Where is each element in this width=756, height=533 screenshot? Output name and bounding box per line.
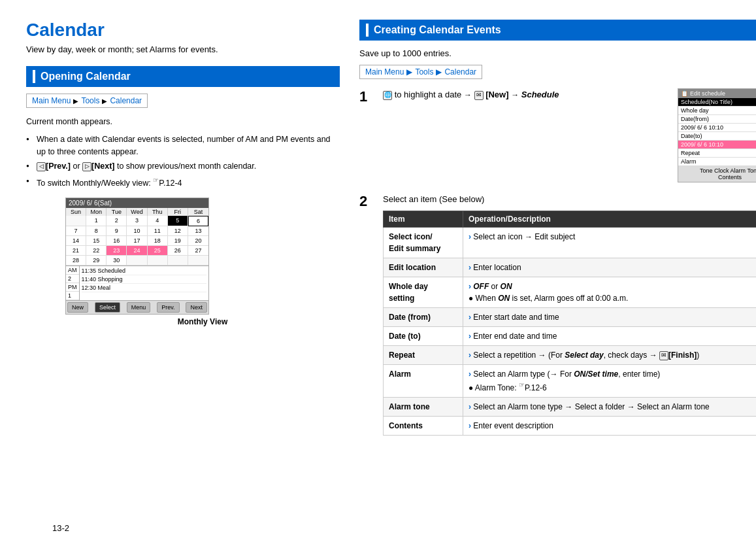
on-italic: ON	[498, 294, 510, 303]
esp-row-dateto-val: 2009/ 6/ 6 10:10	[678, 141, 756, 149]
new-btn[interactable]: New	[67, 302, 88, 313]
row-item: Edit location	[384, 258, 463, 277]
day-sun: Sun	[66, 208, 86, 216]
cal-cell: 19	[168, 236, 188, 246]
prev-btn[interactable]: Prev.	[157, 302, 179, 313]
pm-label: PM	[66, 283, 79, 292]
section-header-text: Creating Calendar Events	[374, 24, 501, 36]
cal-cell-highlight: 5	[168, 216, 188, 226]
esp-footer-tones: Tone Clock Alarm Tone	[681, 167, 756, 174]
am-label: AM	[66, 266, 79, 275]
pm-slot: 1	[66, 292, 79, 300]
cal-cell: 8	[86, 226, 107, 236]
row-item: Date (to)	[384, 326, 463, 345]
nav-calendar: Calendar	[110, 96, 142, 105]
step1-schedule: Schedule	[521, 90, 559, 99]
esp-header: 📋 Edit schedule	[678, 89, 756, 98]
right-column: Creating Calendar Events Save up to 1000…	[359, 20, 756, 446]
nav-arrow-1: ▶	[73, 97, 78, 105]
row-desc: › Enter event description	[463, 416, 756, 435]
row-desc: › Enter end date and time	[463, 326, 756, 345]
globe-icon: 🌐	[383, 91, 392, 100]
next-btn[interactable]: Next	[186, 302, 207, 313]
cal-cell: 20	[188, 236, 208, 246]
row-item: Date (from)	[384, 307, 463, 326]
esp-header-text: Edit schedule	[690, 90, 725, 97]
esp-row-label: Whole day	[681, 107, 709, 114]
monthly-view-container: 2009/ 6/ 6(Sat) Sun Mon Tue Wed Thu Fri …	[65, 198, 340, 326]
esp-footer-contents: Contents	[681, 174, 756, 181]
esp-row-label: 2009/ 6/ 6 10:10	[681, 141, 723, 148]
esp-row-label: Date(to)	[681, 133, 702, 139]
row-desc: › Select an icon → Edit subject	[463, 227, 756, 258]
nav-path-left: Main Menu ▶ Tools ▶ Calendar	[26, 94, 148, 108]
cal-cell	[188, 256, 208, 266]
finish-icon: ✉	[659, 351, 668, 360]
cal-cell: 11	[148, 226, 168, 236]
cal-cell: 14	[66, 236, 86, 246]
new-envelope-icon: ✉	[474, 91, 484, 100]
select-day-label: Select day	[565, 351, 603, 360]
nav-main-menu: Main Menu	[32, 96, 71, 105]
gt-arrow: ›	[468, 402, 471, 411]
cal-cell: 1	[86, 216, 107, 226]
cal-cell	[148, 256, 168, 266]
esp-icon: 📋	[681, 90, 688, 97]
table-row: Select icon/Edit summary › Select an ico…	[384, 227, 757, 258]
cal-cell	[168, 256, 188, 266]
row-desc: › Select a repetition → (For Select day,…	[463, 345, 756, 364]
nav-tools: Tools	[81, 96, 99, 105]
step-1-number: 1	[359, 88, 375, 105]
esp-row-label: Date(from)	[681, 116, 709, 122]
next-label: [Next]	[91, 162, 114, 171]
row-desc: › Select an Alarm tone type → Select a f…	[463, 397, 756, 416]
cal-cell-tbd: 25	[148, 246, 168, 256]
cal-cell: 15	[86, 236, 107, 246]
row-desc: › Select an Alarm type (→ For ON/Set tim…	[463, 364, 756, 397]
esp-footer: Tone Clock Alarm Tone Contents	[678, 166, 756, 182]
row-desc: › OFF or ON● When ON is set, Alarm goes …	[463, 277, 756, 307]
cal-cell: 17	[127, 236, 147, 246]
day-sat: Sat	[188, 208, 208, 216]
list-item: When a date with Calendar events is sele…	[26, 133, 340, 158]
gt-arrow: ›	[468, 370, 471, 379]
step-2-number: 2	[359, 193, 375, 210]
table-row: Whole daysetting › OFF or ON● When ON is…	[384, 277, 757, 307]
day-wed: Wed	[127, 208, 147, 216]
page-title: Calendar	[26, 20, 340, 41]
nav-main-menu: Main Menu	[365, 67, 404, 77]
table-row: Date (to) › Enter end date and time	[384, 326, 757, 345]
gt-arrow: ›	[468, 421, 471, 430]
step-1-text: 🌐 to highlight a date → ✉ [New] → Schedu…	[383, 88, 670, 102]
cal-cell: 30	[107, 256, 127, 266]
list-item: To switch Monthly/Weekly view: ☞P.12-4	[26, 175, 340, 190]
page-number: 13-2	[52, 523, 69, 533]
cal-cell: 16	[107, 236, 127, 246]
row-item: Contents	[384, 416, 463, 435]
nav-path-right: Main Menu ▶ Tools ▶ Calendar	[359, 65, 482, 79]
table-row: Alarm tone › Select an Alarm tone type →…	[384, 397, 757, 416]
esp-row-label: Repeat	[681, 150, 700, 156]
select-btn[interactable]: Select	[95, 302, 120, 313]
esp-row-dateto: Date(to)	[678, 132, 756, 141]
cal-grid: 1 2 3 4 5 6 7 8 9 10 11 12 13	[66, 216, 208, 266]
step-2-row: 2 Select an item (See below) Item Operat…	[359, 193, 756, 436]
cal-cell: 12	[168, 226, 188, 236]
on-set-time-label: ON/Set time	[574, 370, 618, 379]
gt-arrow: ›	[468, 313, 471, 322]
time-slot: 2	[66, 275, 79, 283]
step-2-text: Select an item (See below)	[383, 193, 756, 207]
menu-btn[interactable]: Menu	[127, 302, 151, 313]
table-row: Date (from) › Enter start date and time	[384, 307, 757, 326]
day-fri: Fri	[168, 208, 188, 216]
col-header-desc: Operation/Description	[463, 211, 756, 227]
on-label: ON	[501, 282, 512, 291]
gt-arrow: ›	[468, 351, 471, 360]
step-1-row: 1 🌐 to highlight a date → ✉ [New] → Sche…	[359, 88, 756, 182]
left-column: Calendar View by day, week or month; set…	[26, 20, 340, 446]
nav-arrow-2: ▶	[102, 97, 107, 105]
step1-arrow: →	[464, 90, 472, 99]
esp-row-datefrom: Date(from)	[678, 115, 756, 124]
table-row: Alarm › Select an Alarm type (→ For ON/S…	[384, 364, 757, 397]
nav-tools: Tools	[415, 67, 433, 77]
